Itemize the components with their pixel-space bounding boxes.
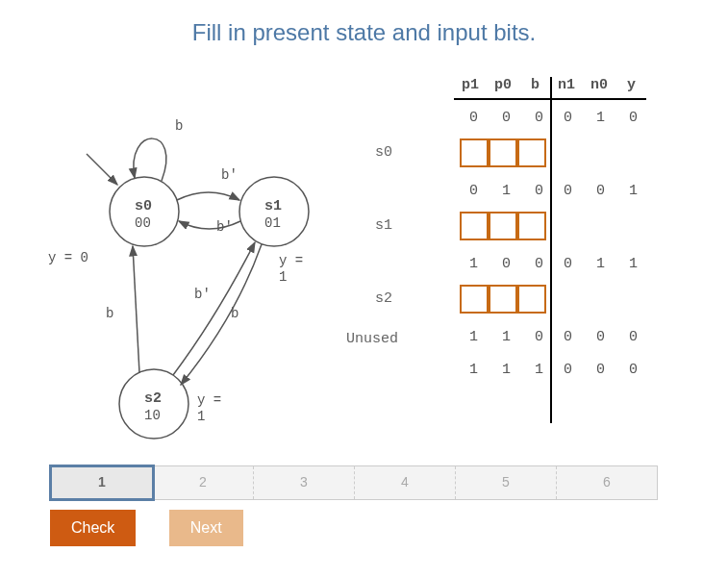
cell-y: 0 — [629, 110, 638, 126]
state-diagram: b s0 00 s1 01 s2 10 b' b' — [29, 77, 365, 442]
cell-n1: 0 — [564, 329, 572, 345]
input-cell[interactable] — [489, 212, 517, 240]
cell-p0: 1 — [502, 183, 511, 199]
edge-s0-s1: b' — [221, 167, 238, 183]
cell-y: 0 — [629, 362, 638, 378]
step-1[interactable]: 1 — [49, 465, 155, 501]
input-cell[interactable] — [489, 138, 517, 167]
cell-b: 0 — [535, 110, 543, 126]
cell-b: 0 — [535, 183, 543, 199]
row-label-s0: s0 — [375, 144, 392, 161]
cell-n0: 1 — [596, 256, 605, 272]
edge-s1-s0: b' — [216, 219, 233, 235]
col-header-n1: n1 — [558, 77, 575, 93]
cell-p1: 1 — [469, 329, 478, 345]
step-indicator: 123456 — [50, 465, 658, 500]
cell-p0: 0 — [502, 256, 511, 272]
truth-table: p1 p0 b n1 n0 y 000010s0010001s1100011s2… — [365, 77, 692, 387]
cell-y: 1 — [629, 256, 638, 272]
state-s1-code: 01 — [264, 215, 281, 231]
row-label-s2: s2 — [375, 290, 392, 307]
state-s2-name: s2 — [144, 390, 162, 407]
input-cell[interactable] — [517, 138, 546, 167]
output-s1-a: y = — [279, 253, 303, 268]
page-title: Fill in present state and input bits. — [0, 0, 728, 46]
input-cell[interactable] — [517, 285, 546, 314]
row-label-unused: Unused — [346, 331, 398, 347]
step-4[interactable]: 4 — [355, 466, 456, 499]
col-header-p1: p1 — [462, 77, 479, 93]
col-header-y: y — [627, 77, 636, 93]
input-cell[interactable] — [460, 285, 489, 314]
edge-s2-s1: b' — [194, 287, 211, 302]
cell-p0: 0 — [502, 110, 511, 126]
svg-line-0 — [87, 154, 117, 185]
input-cell[interactable] — [489, 285, 517, 314]
output-s2-b: 1 — [197, 409, 205, 424]
cell-p0: 1 — [502, 362, 511, 378]
cell-p1: 0 — [469, 183, 478, 199]
cell-y: 0 — [629, 329, 638, 345]
cell-p1: 0 — [469, 110, 478, 126]
cell-n1: 0 — [564, 183, 572, 199]
cell-y: 1 — [629, 183, 638, 199]
edge-s1-s2: b — [231, 306, 238, 321]
output-s0: y = 0 — [48, 250, 88, 265]
col-header-b: b — [531, 77, 540, 93]
edge-s2-s0: b — [106, 306, 113, 321]
step-2[interactable]: 2 — [153, 466, 254, 499]
step-3[interactable]: 3 — [254, 466, 355, 499]
cell-n0: 0 — [596, 183, 605, 199]
edge-label-self: b — [175, 118, 183, 134]
cell-n0: 0 — [596, 329, 605, 345]
state-s2-code: 10 — [144, 408, 161, 423]
cell-p1: 1 — [469, 362, 478, 378]
cell-b: 0 — [535, 329, 543, 345]
cell-n0: 0 — [596, 362, 605, 378]
input-cell[interactable] — [517, 212, 546, 240]
cell-n1: 0 — [564, 110, 572, 126]
cell-n1: 0 — [564, 362, 572, 378]
header-underline — [454, 98, 646, 100]
svg-line-4 — [133, 246, 139, 373]
col-header-n0: n0 — [590, 77, 608, 93]
row-label-s1: s1 — [375, 217, 392, 234]
step-5[interactable]: 5 — [456, 466, 557, 499]
col-header-p0: p0 — [494, 77, 512, 93]
step-6[interactable]: 6 — [557, 466, 657, 499]
cell-b: 0 — [535, 256, 543, 272]
next-button[interactable]: Next — [169, 510, 243, 546]
state-s0-name: s0 — [135, 198, 152, 214]
cell-p1: 1 — [469, 256, 478, 272]
output-s1-b: 1 — [279, 269, 287, 285]
state-s1-name: s1 — [264, 198, 282, 214]
cell-b: 1 — [535, 362, 543, 378]
cell-n0: 1 — [596, 110, 605, 126]
cell-p0: 1 — [502, 329, 511, 345]
output-s2-a: y = — [197, 392, 221, 408]
input-cell[interactable] — [460, 138, 489, 167]
check-button[interactable]: Check — [50, 510, 136, 546]
state-s0-code: 00 — [135, 215, 151, 231]
cell-n1: 0 — [564, 256, 572, 272]
input-cell[interactable] — [460, 212, 489, 240]
